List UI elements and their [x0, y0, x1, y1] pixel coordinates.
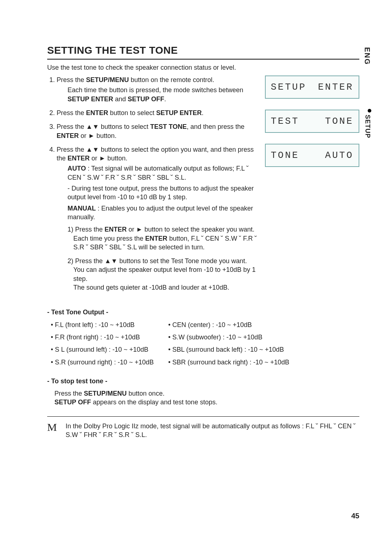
stop-test-tone-section: - To stop test tone - Press the SETUP/ME… [47, 377, 359, 407]
step-2: Press the ENTER button to select SETUP E… [57, 109, 258, 117]
step-3: Press the ▲▼ buttons to select TEST TONE… [57, 122, 258, 140]
lcd-right: TONE [325, 115, 354, 128]
step-1: Press the SETUP/MENU button on the remot… [57, 75, 258, 103]
footnote: M In the Dolby Pro Logic IIz mode, test … [47, 422, 359, 440]
step-4-manual: MANUAL : Enables you to adjust the outpu… [68, 204, 258, 222]
list-item: SBR (surround back right) : -10 ~ +10dB [168, 358, 289, 367]
tone-output-col-a: F.L (front left) : -10 ~ +10dB F.R (fron… [51, 320, 154, 370]
stop-heading: - To stop test tone - [47, 377, 359, 385]
side-tab-label: SETUP [364, 115, 371, 138]
intro-text: Use the test tone to check the speaker c… [47, 63, 359, 72]
stop-line-2: SETUP OFF appears on the display and tes… [54, 398, 359, 407]
list-item: S.R (surround right) : -10 ~ +10dB [51, 358, 154, 367]
lcd-left: TEST [271, 115, 299, 128]
lcd-left: SETUP [271, 81, 306, 94]
steps-list: Press the SETUP/MENU button on the remot… [47, 75, 258, 292]
list-item: S L (surround left) : -10 ~ +10dB [51, 345, 154, 354]
page-number: 45 [351, 511, 359, 521]
lcd-right: ENTER [318, 81, 354, 94]
list-item: F.R (front right) : -10 ~ +10dB [51, 333, 154, 342]
list-item: S.W (subwoofer) : -10 ~ +10dB [168, 333, 289, 342]
bullet-icon [368, 109, 371, 113]
divider [47, 416, 359, 417]
step-1-sub: Each time the button is pressed, the mod… [68, 86, 258, 103]
lcd-left: TONE [271, 149, 299, 162]
tone-output-col-b: CEN (center) : -10 ~ +10dB S.W (subwoofe… [168, 320, 289, 370]
page-title: SETTING THE TEST TONE [47, 44, 359, 60]
step-4: Press the ▲▼ buttons to select the optio… [57, 145, 258, 292]
step-4-manual-1: 1) Press the ENTER or ► button to select… [68, 225, 258, 252]
side-section-tab: SETUP [363, 109, 372, 138]
side-language-tab: ENG [362, 47, 372, 65]
test-tone-output-section: - Test Tone Output - F.L (front left) : … [47, 308, 359, 370]
step-4-auto-note: - During test tone output, press the but… [68, 184, 258, 202]
lcd-right: AUTO [325, 149, 354, 162]
tone-output-heading: - Test Tone Output - [47, 308, 359, 317]
lcd-display-1: SETUP ENTER [265, 75, 359, 99]
step-4-manual-2: 2) Press the ▲▼ buttons to set the Test … [68, 257, 258, 292]
list-item: CEN (center) : -10 ~ +10dB [168, 320, 289, 329]
lcd-display-2: TEST TONE [265, 110, 359, 133]
note-icon: M [47, 422, 57, 433]
note-text: In the Dolby Pro Logic IIz mode, test si… [66, 422, 359, 440]
list-item: SBL (surround back left) : -10 ~ +10dB [168, 345, 289, 354]
list-item: F.L (front left) : -10 ~ +10dB [51, 320, 154, 329]
lcd-display-3: TONE AUTO [265, 144, 359, 167]
step-4-auto: AUTO : Test signal will be automatically… [68, 164, 258, 182]
stop-line-1: Press the SETUP/MENU button once. [54, 389, 359, 398]
